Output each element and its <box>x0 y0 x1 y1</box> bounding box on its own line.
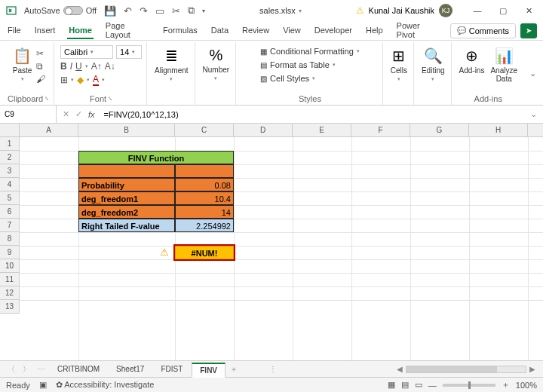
addins-button[interactable]: ⊕Add-ins <box>458 45 486 75</box>
row-header[interactable]: 3 <box>0 164 19 178</box>
borders-button[interactable]: ⊞ <box>60 75 68 85</box>
scroll-right[interactable]: ▶ <box>526 365 538 373</box>
tab-help[interactable]: Help <box>364 23 385 39</box>
more-icon[interactable]: ▾ <box>202 8 205 14</box>
warning-icon[interactable]: ⚠ <box>356 5 364 16</box>
error-warning-icon[interactable]: ⚠ <box>160 247 169 258</box>
cell[interactable]: 2.254992 <box>175 219 234 232</box>
format-painter-icon[interactable]: 🖌 <box>36 74 45 84</box>
sheet-tab-active[interactable]: FINV <box>192 363 225 378</box>
view-normal-icon[interactable]: ▦ <box>388 380 395 390</box>
italic-button[interactable]: I <box>70 61 72 72</box>
expand-formula-icon[interactable]: ⌄ <box>524 109 543 119</box>
avatar[interactable]: KJ <box>439 4 452 17</box>
cell[interactable]: deg_freedom1 <box>78 191 175 205</box>
tab-home[interactable]: Home <box>67 23 94 39</box>
row-header[interactable]: 13 <box>0 300 19 314</box>
col-header[interactable]: E <box>293 124 351 136</box>
paste-button[interactable]: 📋Paste▾ <box>11 45 34 82</box>
row-header[interactable]: 1 <box>0 137 19 151</box>
alignment-button[interactable]: ≣Alignment▾ <box>153 45 189 82</box>
new-sheet-button[interactable]: ＋ <box>227 364 241 375</box>
row-header[interactable]: 5 <box>0 191 19 205</box>
horizontal-scrollbar[interactable] <box>406 366 526 373</box>
sheet-tab[interactable]: Sheet17 <box>109 363 152 375</box>
tab-power-pivot[interactable]: Power Pivot <box>395 18 440 44</box>
view-break-icon[interactable]: ▭ <box>415 380 422 390</box>
cell[interactable]: Right Tailed F-value <box>78 219 175 232</box>
zoom-slider[interactable] <box>443 384 495 387</box>
tab-page-layout[interactable]: Page Layout <box>104 18 151 44</box>
format-as-table-button[interactable]: ▤ Format as Table ▾ <box>260 60 336 69</box>
font-name-select[interactable]: Calibri▾ <box>60 45 113 59</box>
view-page-icon[interactable]: ▤ <box>401 380 409 390</box>
sheet-tab[interactable]: FDIST <box>153 363 190 375</box>
cell[interactable] <box>78 164 175 178</box>
shrink-font-button[interactable]: A↓ <box>105 61 115 72</box>
tab-formulas[interactable]: Formulas <box>161 23 199 39</box>
new-icon[interactable]: ▭ <box>155 5 164 17</box>
cell[interactable]: deg_freedom2 <box>78 205 175 219</box>
row-header[interactable]: 7 <box>0 219 19 232</box>
cell[interactable]: Probability <box>78 178 175 191</box>
col-header[interactable]: D <box>234 124 293 136</box>
row-header[interactable]: 8 <box>0 232 19 246</box>
col-header[interactable]: F <box>351 124 410 136</box>
select-all-corner[interactable] <box>0 124 20 137</box>
tab-review[interactable]: Review <box>241 23 271 39</box>
cells-button[interactable]: ⊞Cells▾ <box>389 45 409 82</box>
tab-developer[interactable]: Developer <box>313 23 354 39</box>
formula-input[interactable]: =FINV(20,10^12,13) <box>101 110 524 119</box>
font-size-select[interactable]: 14▾ <box>116 45 142 59</box>
col-header[interactable]: H <box>469 124 528 136</box>
accessibility-status[interactable]: ✿ Accessibility: Investigate <box>56 380 155 390</box>
collapse-ribbon-button[interactable]: ⌄ <box>525 42 540 105</box>
autosave-toggle[interactable]: AutoSaveOff <box>24 6 97 15</box>
cell[interactable]: 10.4 <box>175 191 234 205</box>
zoom-level[interactable]: 100% <box>516 381 537 390</box>
comments-button[interactable]: 💬 Comments <box>450 23 516 38</box>
tab-data[interactable]: Data <box>210 23 230 39</box>
cell-styles-button[interactable]: ▧ Cell Styles ▾ <box>260 74 315 83</box>
cell[interactable]: 14 <box>175 205 234 219</box>
row-header[interactable]: 12 <box>0 286 19 300</box>
cut-icon[interactable]: ✂ <box>36 48 45 59</box>
cell-title[interactable]: FINV Function <box>78 151 234 164</box>
col-header[interactable]: C <box>175 124 234 136</box>
scroll-left[interactable]: ◀ <box>394 365 406 373</box>
save-icon[interactable]: 💾 <box>104 5 116 17</box>
sheet-tab[interactable]: CRITBINOM <box>50 363 107 375</box>
tab-view[interactable]: View <box>281 23 302 39</box>
number-button[interactable]: %Number▾ <box>201 45 232 81</box>
macro-icon[interactable]: ▣ <box>39 380 47 390</box>
sheet-divider[interactable]: ⋮ <box>266 365 280 373</box>
share-button[interactable]: ➤ <box>520 23 537 38</box>
close-button[interactable]: ✕ <box>517 3 540 18</box>
row-header[interactable]: 6 <box>0 205 19 219</box>
redo-icon[interactable]: ↷ <box>140 5 148 17</box>
row-header[interactable]: 4 <box>0 178 19 191</box>
copy-icon[interactable]: ⧉ <box>36 61 45 72</box>
row-header[interactable]: 9 <box>0 246 19 259</box>
conditional-formatting-button[interactable]: ▦ Conditional Formatting ▾ <box>260 47 360 56</box>
grow-font-button[interactable]: A↑ <box>91 61 102 72</box>
sheet-nav-next[interactable]: 〉 <box>20 364 33 375</box>
zoom-in-button[interactable]: ＋ <box>502 379 510 390</box>
underline-button[interactable]: U <box>75 61 82 72</box>
editing-button[interactable]: 🔍Editing▾ <box>420 45 446 82</box>
col-header[interactable]: G <box>410 124 469 136</box>
tab-file[interactable]: File <box>6 23 23 39</box>
fill-color-button[interactable]: ◆ <box>77 75 84 85</box>
row-header[interactable]: 2 <box>0 151 19 164</box>
cell[interactable] <box>175 164 234 178</box>
cell[interactable]: 0.08 <box>175 178 234 191</box>
font-color-button[interactable]: A <box>93 74 99 86</box>
zoom-out-button[interactable]: — <box>428 381 437 390</box>
undo-icon[interactable]: ↶ <box>124 5 132 17</box>
sheet-nav-prev[interactable]: 〈 <box>5 364 18 375</box>
cut-icon[interactable]: ✂ <box>172 5 180 17</box>
col-header[interactable]: A <box>20 124 78 136</box>
copy-icon[interactable]: ⧉ <box>188 5 195 17</box>
col-header[interactable]: B <box>78 124 175 136</box>
sheet-nav-more[interactable]: ⋯ <box>35 365 48 373</box>
